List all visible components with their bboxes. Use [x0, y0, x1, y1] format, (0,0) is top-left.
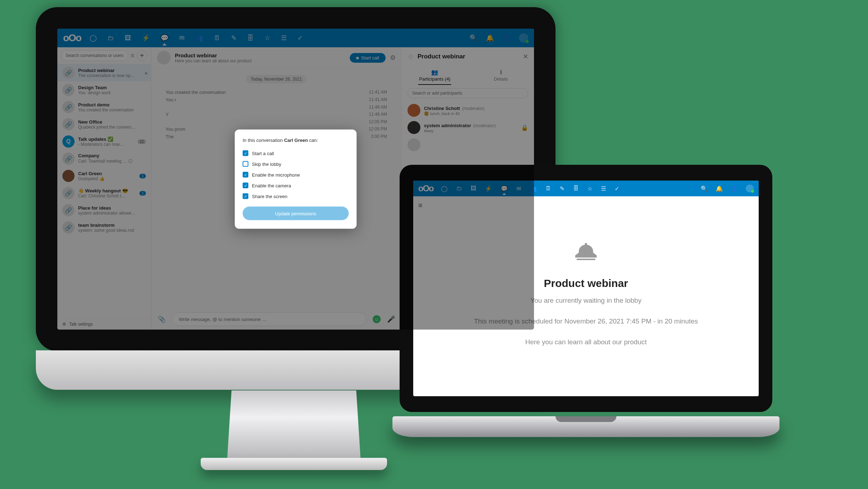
conversation-item[interactable]: 🔗 Product demo You created the conversat…: [57, 99, 151, 116]
emoji-icon[interactable]: ☺: [373, 315, 381, 323]
macbook-notch: [555, 416, 616, 422]
unread-badge: 12: [138, 139, 146, 144]
conversation-item[interactable]: 🔗 👋 Weekly hangout 😎 Carl: Christine Sch…: [57, 184, 151, 202]
close-icon[interactable]: ✕: [523, 53, 528, 61]
conversation-item[interactable]: 🔗 team brainstorm system: some good idea…: [57, 219, 151, 236]
chat-subtitle: Here you can learn all about our product: [175, 58, 345, 63]
info-icon: ℹ: [468, 69, 534, 76]
talk-icon[interactable]: 💬: [501, 185, 508, 192]
user-avatar: [407, 104, 420, 117]
lobby-waiting-text: You are currently waiting in the lobby: [413, 297, 759, 305]
conversation-item[interactable]: 🔗 Product webinar The conversation is no…: [57, 64, 151, 81]
bookmarks-icon[interactable]: ☆: [264, 34, 270, 42]
user-avatar[interactable]: [519, 33, 528, 43]
perm-enable-camera[interactable]: ✓Enable the camera: [243, 180, 349, 191]
search-icon[interactable]: 🔍: [469, 34, 477, 42]
notes-icon[interactable]: ✎: [560, 185, 564, 192]
link-icon: 🔗: [62, 84, 75, 96]
start-call-button[interactable]: ■ Start call: [350, 53, 386, 63]
unread-badge: 1: [139, 191, 146, 196]
bookmarks-icon[interactable]: ☆: [587, 185, 592, 192]
details-title: Product webinar: [418, 53, 519, 60]
tab-participants[interactable]: 👥 Participants (4): [402, 66, 468, 85]
participant-row[interactable]: [402, 136, 534, 153]
files-icon[interactable]: 🗀: [108, 34, 114, 42]
search-input[interactable]: [61, 50, 128, 61]
link-icon: 🔗: [62, 153, 75, 165]
check-icon[interactable]: ✓: [297, 34, 303, 42]
lobby-body: ≡ Product webinar You are currently wait…: [413, 196, 759, 396]
files-icon[interactable]: 🗀: [456, 185, 462, 192]
dashboard-icon[interactable]: ◯: [90, 34, 97, 42]
notifications-icon[interactable]: 🔔: [486, 34, 494, 42]
gear-icon[interactable]: ⚙: [390, 54, 396, 62]
talk-icon[interactable]: 💬: [161, 34, 168, 42]
notes-icon[interactable]: ✎: [231, 34, 237, 42]
participants-search-input[interactable]: [407, 88, 528, 98]
chat-title: Product webinar: [175, 52, 345, 58]
update-permissions-button[interactable]: Update permissions: [243, 207, 349, 220]
filter-icon[interactable]: ≡: [130, 52, 134, 59]
imac-stand: [227, 390, 361, 461]
perm-start-call[interactable]: ✓Start a call: [243, 148, 349, 159]
contacts-icon[interactable]: 👥: [530, 185, 537, 192]
perm-enable-mic[interactable]: ✓Enable the microphone: [243, 169, 349, 180]
lobby-schedule-text: This meeting is scheduled for November 2…: [413, 317, 759, 325]
notifications-icon[interactable]: 🔔: [716, 185, 723, 192]
lobby-content: Product webinar You are currently waitin…: [413, 239, 759, 346]
link-icon: 🔗: [62, 221, 75, 234]
dashboard-icon[interactable]: ◯: [441, 185, 448, 192]
calendar-icon[interactable]: 🗓: [545, 185, 551, 192]
lock-icon: 🔒: [521, 124, 528, 131]
tasks-icon[interactable]: ☰: [281, 34, 287, 42]
attach-icon[interactable]: 📎: [158, 315, 166, 323]
photos-icon[interactable]: 🖼: [125, 34, 131, 42]
link-icon: 🔗: [62, 67, 75, 79]
tab-details[interactable]: ℹ Details: [468, 66, 534, 85]
talk-settings-button[interactable]: ⚙ Talk settings: [57, 318, 151, 330]
date-separator: Today, November 26, 2021: [246, 75, 306, 83]
tasks-icon[interactable]: ☰: [601, 185, 606, 192]
search-icon[interactable]: 🔍: [701, 185, 708, 192]
conversation-item[interactable]: 🔗 Company Carl: Townhall meeting … ⓘ: [57, 150, 151, 167]
link-icon: 🔗: [62, 204, 75, 216]
perm-skip-lobby[interactable]: Skip the lobby: [243, 159, 349, 169]
conv-sub: The conversation is now op…: [78, 73, 146, 78]
user-avatar: [407, 121, 420, 134]
new-conversation-button[interactable]: +: [137, 50, 147, 61]
macbook-base: [392, 416, 779, 437]
deck-icon[interactable]: 🗄: [573, 185, 579, 192]
mail-icon[interactable]: ✉: [179, 34, 185, 42]
activity-icon[interactable]: ⚡: [142, 34, 150, 42]
nc-header: oOo ◯ 🗀 🖼 ⚡ 💬 ✉ 👥 🗓 ✎ 🗄 ☆ ☰ ✓: [413, 181, 759, 196]
conversation-item[interactable]: 🔗 Design Team You: design work: [57, 81, 151, 99]
message-input[interactable]: [172, 312, 366, 326]
conv-title: Product webinar: [78, 68, 146, 73]
check-icon[interactable]: ✓: [615, 185, 619, 192]
participant-row[interactable]: Christine Schott(moderator) 🍔 lunch, bac…: [402, 102, 534, 119]
activity-icon[interactable]: ⚡: [485, 185, 492, 192]
user-avatar[interactable]: [746, 184, 754, 192]
conversation-list: 🔗 Product webinar The conversation is no…: [57, 64, 151, 318]
conversation-item[interactable]: 🔗 Place for ideas system administrator a…: [57, 202, 151, 219]
star-icon[interactable]: ☆: [407, 52, 414, 61]
nextcloud-logo: oOo: [63, 32, 81, 44]
unread-badge: 1: [139, 174, 146, 178]
conversation-item[interactable]: 🔗 New Office Quabeck joined the convers…: [57, 116, 151, 133]
participant-row[interactable]: system administrator(moderator) Away 🔒: [402, 119, 534, 136]
contacts-menu-icon[interactable]: 👤: [731, 185, 738, 192]
conversation-item[interactable]: Q Talk updates ✅ - Moderators can now… 1…: [57, 133, 151, 150]
mail-icon[interactable]: ✉: [516, 185, 521, 192]
contacts-icon[interactable]: 👥: [195, 34, 203, 42]
user-avatar: [407, 138, 420, 151]
contacts-menu-icon[interactable]: 👤: [502, 34, 510, 42]
photos-icon[interactable]: 🖼: [471, 185, 476, 192]
menu-icon[interactable]: ≡: [418, 201, 754, 210]
perm-share-screen[interactable]: ✓Share the screen: [243, 191, 349, 202]
app-avatar: Q: [62, 135, 75, 148]
deck-icon[interactable]: 🗄: [247, 34, 254, 42]
permissions-modal: In this conversation Carl Green can: ✓St…: [235, 130, 357, 229]
calendar-icon[interactable]: 🗓: [214, 34, 220, 42]
conversation-item[interactable]: Carl Green Godspeed 👍 1: [57, 167, 151, 184]
participants-icon: 👥: [402, 69, 468, 76]
